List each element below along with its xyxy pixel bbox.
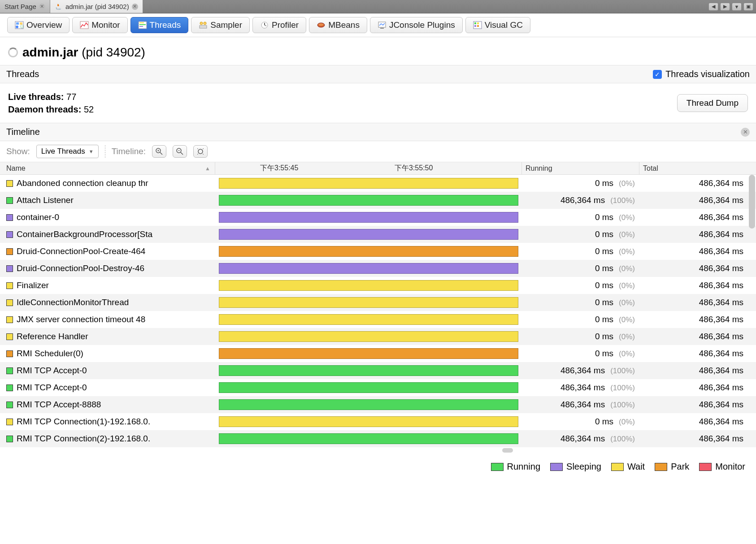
thread-name: Abandoned connection cleanup thr bbox=[17, 178, 148, 188]
running-pct: (0%) bbox=[619, 332, 635, 341]
column-timeline[interactable]: 下午3:55:45 下午3:55:50 bbox=[215, 162, 522, 174]
vertical-scrollbar[interactable] bbox=[749, 175, 755, 229]
thread-name: Reference Handler bbox=[17, 332, 88, 341]
zoom-in-button[interactable] bbox=[152, 145, 166, 158]
maximize-icon[interactable]: ▣ bbox=[743, 3, 753, 11]
window-tab-admin[interactable]: admin.jar (pid 34902) ✕ bbox=[50, 0, 143, 13]
zoom-fit-button[interactable] bbox=[193, 145, 208, 158]
svg-rect-12 bbox=[200, 26, 207, 28]
running-pct: (0%) bbox=[619, 213, 635, 222]
svg-rect-8 bbox=[139, 24, 146, 25]
table-body: Abandoned connection cleanup thr0 ms(0%)… bbox=[0, 175, 756, 447]
table-row[interactable]: RMI TCP Accept-0486,364 ms(100%)486,364 … bbox=[0, 379, 756, 396]
sort-asc-icon: ▲ bbox=[205, 165, 210, 172]
tab-label: Threads bbox=[150, 20, 181, 30]
app-pid: (pid 34902) bbox=[82, 45, 145, 59]
table-row[interactable]: RMI Scheduler(0)0 ms(0%)486,364 ms bbox=[0, 345, 756, 362]
column-name[interactable]: Name ▲ bbox=[0, 162, 215, 174]
table-row[interactable]: Druid-ConnectionPool-Create-4640 ms(0%)4… bbox=[0, 243, 756, 260]
nav-forward-icon[interactable]: ▶ bbox=[720, 3, 730, 11]
thread-total-cell: 486,364 ms bbox=[639, 212, 756, 222]
thread-name: ContainerBackgroundProcessor[Sta bbox=[17, 229, 152, 239]
running-value: 486,364 ms bbox=[560, 366, 605, 376]
zoom-fit-icon bbox=[196, 147, 204, 155]
column-total[interactable]: Total bbox=[639, 162, 756, 174]
table-row[interactable]: container-00 ms(0%)486,364 ms bbox=[0, 209, 756, 226]
thread-running-cell: 486,364 ms(100%) bbox=[522, 195, 639, 205]
horizontal-scrollbar[interactable] bbox=[502, 448, 513, 453]
sampler-icon bbox=[199, 21, 208, 29]
running-pct: (0%) bbox=[619, 281, 635, 290]
running-pct: (0%) bbox=[619, 179, 635, 188]
tab-mbeans[interactable]: MBeans bbox=[309, 17, 367, 33]
tab-label: MBeans bbox=[328, 20, 360, 30]
table-row[interactable]: Attach Listener486,364 ms(100%)486,364 m… bbox=[0, 192, 756, 209]
zoom-out-button[interactable] bbox=[173, 145, 187, 158]
running-value: 0 ms bbox=[595, 178, 613, 188]
table-row[interactable]: Druid-ConnectionPool-Destroy-460 ms(0%)4… bbox=[0, 260, 756, 277]
tab-overview[interactable]: ⓘ Overview bbox=[7, 17, 70, 33]
window-tab-start[interactable]: Start Page ✕ bbox=[0, 0, 50, 13]
threads-table: Name ▲ 下午3:55:45 下午3:55:50 Running Total… bbox=[0, 162, 756, 453]
thread-running-cell: 0 ms(0%) bbox=[522, 178, 639, 188]
thread-state-icon bbox=[6, 180, 13, 187]
timeline-bar bbox=[219, 365, 518, 376]
thread-state-icon bbox=[6, 299, 13, 306]
tab-jconsole[interactable]: JConsole Plugins bbox=[370, 17, 463, 33]
timeline-label: Timeline: bbox=[112, 147, 146, 156]
tab-profiler[interactable]: Profiler bbox=[252, 17, 306, 33]
table-row[interactable]: JMX server connection timeout 480 ms(0%)… bbox=[0, 311, 756, 328]
thread-timeline-cell bbox=[215, 280, 522, 291]
time-tick: 下午3:55:45 bbox=[260, 164, 298, 173]
running-value: 486,364 ms bbox=[560, 383, 605, 393]
running-pct: (100%) bbox=[610, 367, 635, 376]
thread-name: Attach Listener bbox=[17, 195, 74, 205]
threads-visualization-checkbox[interactable]: ✓ Threads visualization bbox=[653, 69, 750, 79]
overview-icon: ⓘ bbox=[15, 21, 24, 29]
live-threads-value: 77 bbox=[66, 92, 76, 102]
dropdown-icon[interactable]: ▼ bbox=[732, 3, 742, 11]
thread-name-cell: container-0 bbox=[0, 212, 215, 222]
daemon-threads-label: Daemon threads: bbox=[8, 104, 81, 114]
svg-rect-22 bbox=[477, 22, 479, 24]
close-icon[interactable]: ✕ bbox=[741, 128, 750, 137]
thread-total-cell: 486,364 ms bbox=[639, 349, 756, 358]
thread-timeline-cell bbox=[215, 365, 522, 376]
table-row[interactable]: ContainerBackgroundProcessor[Sta0 ms(0%)… bbox=[0, 226, 756, 243]
close-icon[interactable]: ✕ bbox=[39, 4, 45, 10]
thread-name-cell: RMI TCP Connection(1)-192.168.0. bbox=[0, 417, 215, 427]
tab-label: Profiler bbox=[272, 20, 299, 30]
thread-total-cell: 486,364 ms bbox=[639, 315, 756, 324]
table-row[interactable]: Finalizer0 ms(0%)486,364 ms bbox=[0, 277, 756, 294]
timeline-controls: Show: Live Threads ▼ Timeline: bbox=[0, 141, 756, 162]
show-dropdown[interactable]: Live Threads ▼ bbox=[36, 145, 99, 158]
table-row[interactable]: RMI TCP Connection(1)-192.168.0.0 ms(0%)… bbox=[0, 413, 756, 430]
app-name: admin.jar bbox=[22, 45, 78, 59]
thread-name-cell: Finalizer bbox=[0, 281, 215, 290]
tab-monitor[interactable]: Monitor bbox=[72, 17, 127, 33]
table-row[interactable]: Reference Handler0 ms(0%)486,364 ms bbox=[0, 328, 756, 345]
thread-state-icon bbox=[6, 282, 13, 289]
tab-threads[interactable]: Threads bbox=[130, 17, 189, 33]
timeline-bar bbox=[219, 297, 518, 308]
thread-timeline-cell bbox=[215, 399, 522, 410]
table-row[interactable]: RMI TCP Connection(2)-192.168.0.486,364 … bbox=[0, 430, 756, 447]
time-tick: 下午3:55:50 bbox=[395, 164, 433, 173]
table-row[interactable]: RMI TCP Accept-8888486,364 ms(100%)486,3… bbox=[0, 396, 756, 413]
table-row[interactable]: IdleConnectionMonitorThread0 ms(0%)486,3… bbox=[0, 294, 756, 311]
tab-visualgc[interactable]: Visual GC bbox=[465, 17, 530, 33]
thread-running-cell: 0 ms(0%) bbox=[522, 298, 639, 307]
thread-name-cell: JMX server connection timeout 48 bbox=[0, 315, 215, 324]
svg-point-32 bbox=[198, 149, 203, 154]
running-value: 0 ms bbox=[595, 212, 613, 222]
nav-back-icon[interactable]: ◀ bbox=[708, 3, 718, 11]
tab-sampler[interactable]: Sampler bbox=[191, 17, 250, 33]
thread-timeline-cell bbox=[215, 263, 522, 274]
column-running[interactable]: Running bbox=[522, 162, 639, 174]
thread-dump-button[interactable]: Thread Dump bbox=[677, 94, 748, 112]
table-row[interactable]: RMI TCP Accept-0486,364 ms(100%)486,364 … bbox=[0, 362, 756, 379]
svg-point-11 bbox=[204, 22, 206, 25]
table-row[interactable]: Abandoned connection cleanup thr0 ms(0%)… bbox=[0, 175, 756, 192]
close-icon[interactable]: ✕ bbox=[132, 4, 138, 10]
svg-point-3 bbox=[16, 26, 18, 28]
